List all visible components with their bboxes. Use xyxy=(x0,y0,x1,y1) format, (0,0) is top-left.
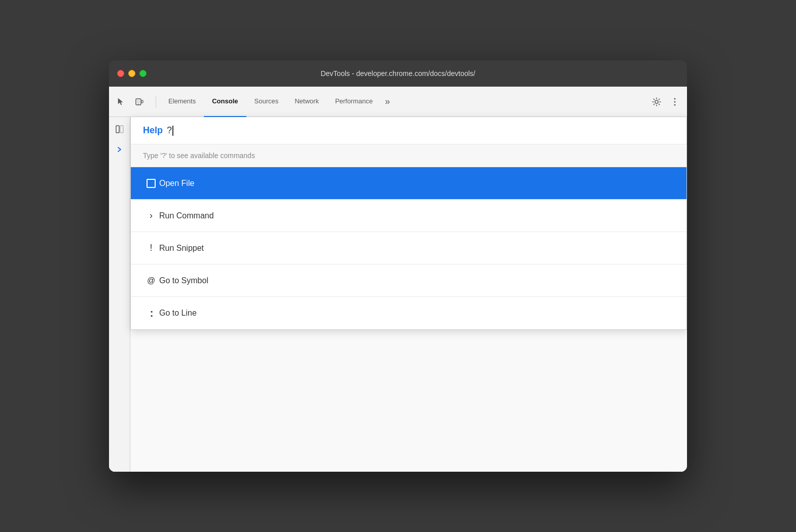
svg-point-4 xyxy=(655,100,658,103)
sidebar-chevron-icon[interactable] xyxy=(112,141,128,158)
open-file-label: Open File xyxy=(159,179,194,188)
command-list: Open File › Run Command ! Run Snippet xyxy=(131,167,686,329)
command-item-open-file[interactable]: Open File xyxy=(131,167,686,200)
main-content: Help ? Type '?' to see available command… xyxy=(130,117,687,472)
toolbar-right xyxy=(648,94,683,110)
devtools-window: Elements Console Sources Network Perform… xyxy=(109,87,687,472)
command-input-area[interactable]: ? xyxy=(167,125,173,136)
inspect-element-button[interactable] xyxy=(113,94,129,110)
toolbar-divider xyxy=(156,96,156,108)
run-command-icon: › xyxy=(143,210,159,221)
command-palette-header: Help ? xyxy=(131,117,686,144)
go-to-line-icon: : xyxy=(143,308,159,319)
window-title: DevTools - developer.chrome.com/docs/dev… xyxy=(320,69,475,78)
cursor xyxy=(172,126,173,136)
square-icon xyxy=(147,179,156,188)
tab-network[interactable]: Network xyxy=(286,87,327,117)
close-button[interactable] xyxy=(117,70,124,77)
maximize-button[interactable] xyxy=(139,70,147,77)
minimize-button[interactable] xyxy=(128,70,135,77)
sidebar-panel-icon[interactable] xyxy=(112,121,128,137)
more-tabs-button[interactable]: » xyxy=(381,87,394,117)
device-toggle-button[interactable] xyxy=(131,94,148,110)
svg-point-5 xyxy=(674,98,676,99)
more-options-button[interactable] xyxy=(667,94,683,110)
window-frame: DevTools - developer.chrome.com/docs/dev… xyxy=(109,60,687,472)
tab-sources[interactable]: Sources xyxy=(246,87,287,117)
svg-rect-8 xyxy=(116,126,119,133)
tab-elements[interactable]: Elements xyxy=(160,87,204,117)
command-item-run-command[interactable]: › Run Command xyxy=(131,200,686,232)
svg-point-6 xyxy=(674,101,676,102)
run-snippet-icon: ! xyxy=(143,243,159,253)
devtools-body: Help ? Type '?' to see available command… xyxy=(109,117,687,472)
command-item-run-snippet[interactable]: ! Run Snippet xyxy=(131,232,686,264)
command-hint: Type '?' to see available commands xyxy=(131,144,686,167)
tab-performance[interactable]: Performance xyxy=(327,87,381,117)
command-input-text: ? xyxy=(167,125,172,136)
toolbar-icon-group xyxy=(113,94,148,110)
command-palette-title: Help xyxy=(143,125,163,136)
svg-rect-9 xyxy=(120,126,123,133)
run-snippet-label: Run Snippet xyxy=(159,244,204,253)
traffic-lights xyxy=(117,70,147,77)
svg-rect-3 xyxy=(141,100,143,103)
svg-rect-1 xyxy=(137,100,140,103)
settings-button[interactable] xyxy=(648,94,665,110)
run-command-label: Run Command xyxy=(159,211,214,220)
tab-console[interactable]: Console xyxy=(204,87,246,117)
left-sidebar xyxy=(109,117,130,472)
svg-point-7 xyxy=(674,104,676,105)
go-to-symbol-label: Go to Symbol xyxy=(159,276,208,285)
go-to-line-label: Go to Line xyxy=(159,309,197,318)
title-bar: DevTools - developer.chrome.com/docs/dev… xyxy=(109,60,687,87)
command-palette: Help ? Type '?' to see available command… xyxy=(130,117,687,330)
go-to-symbol-icon: @ xyxy=(143,276,159,285)
svg-point-2 xyxy=(138,103,139,104)
command-item-go-to-line[interactable]: : Go to Line xyxy=(131,297,686,329)
open-file-icon xyxy=(143,179,159,188)
devtools-toolbar: Elements Console Sources Network Perform… xyxy=(109,87,687,117)
tab-bar: Elements Console Sources Network Perform… xyxy=(160,87,646,117)
command-item-go-to-symbol[interactable]: @ Go to Symbol xyxy=(131,264,686,297)
